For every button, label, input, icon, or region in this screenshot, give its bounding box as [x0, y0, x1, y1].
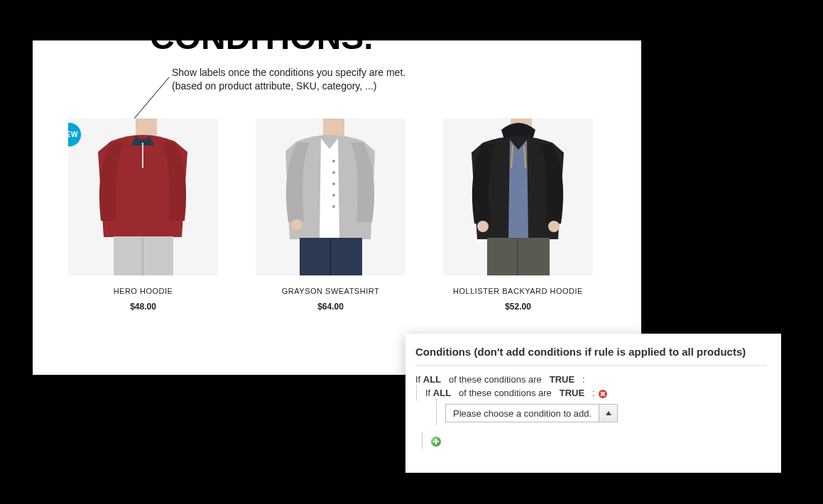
of-these-label: of these conditions are: [449, 374, 542, 385]
svg-rect-5: [142, 238, 143, 275]
product-illustration: [68, 119, 218, 275]
svg-point-7: [332, 160, 335, 163]
product-image: [443, 119, 593, 275]
svg-rect-14: [329, 239, 331, 275]
product-grid: NEW: [68, 119, 636, 312]
add-condition-row: [431, 435, 767, 447]
conditions-panel: Conditions (don't add conditions if rule…: [405, 334, 781, 473]
svg-point-16: [477, 221, 489, 232]
svg-rect-21: [517, 239, 518, 275]
chevron-up-icon: [606, 411, 611, 415]
product-name: HERO HOODIE: [68, 287, 218, 295]
svg-point-12: [291, 219, 303, 231]
colon: :: [592, 388, 595, 398]
product-card[interactable]: GRAYSON SWEATSHIRT $64.00: [256, 119, 405, 312]
if-label: If: [425, 388, 430, 398]
condition-select[interactable]: Please choose a condition to add.: [445, 404, 618, 422]
svg-point-8: [332, 171, 335, 174]
product-card[interactable]: HOLLISTER BACKYARD HOODIE $52.00: [443, 119, 593, 312]
product-price: $64.00: [256, 302, 405, 312]
condition-select-toggle[interactable]: [599, 405, 617, 422]
value-toggle[interactable]: TRUE: [560, 388, 584, 398]
product-illustration: [443, 119, 593, 275]
svg-rect-3: [124, 218, 162, 232]
product-image: [256, 119, 405, 275]
add-condition-icon[interactable]: [431, 437, 441, 447]
svg-point-10: [332, 194, 335, 197]
value-toggle[interactable]: TRUE: [550, 374, 574, 385]
svg-rect-2: [142, 143, 143, 168]
product-illustration: [256, 119, 405, 275]
condition-rule-nested: If ALL of these conditions are TRUE :: [425, 388, 767, 398]
panel-title: Conditions (don't add conditions if rule…: [415, 346, 767, 358]
product-price: $48.00: [68, 302, 218, 312]
storefront-panel: CONDITIONS. Show labels once the conditi…: [33, 40, 641, 375]
page-title: CONDITIONS.: [150, 21, 374, 55]
colon: :: [582, 374, 585, 385]
subtitle-line-1: Show labels once the conditions you spec…: [172, 66, 405, 80]
aggregator-toggle[interactable]: ALL: [433, 388, 451, 398]
condition-select-text: Please choose a condition to add.: [446, 405, 599, 422]
product-image: NEW: [68, 119, 218, 275]
svg-point-11: [332, 205, 335, 208]
if-label: If: [415, 374, 420, 385]
condition-rule-root: If ALL of these conditions are TRUE :: [415, 374, 767, 385]
subtitle-line-2: (based on product attribute, SKU, catego…: [172, 80, 405, 93]
svg-point-17: [548, 221, 560, 232]
product-name: HOLLISTER BACKYARD HOODIE: [443, 287, 593, 295]
aggregator-toggle[interactable]: ALL: [423, 374, 441, 385]
product-price: $52.00: [443, 302, 593, 312]
product-name: GRAYSON SWEATSHIRT: [256, 287, 405, 295]
of-these-label: of these conditions are: [459, 388, 552, 398]
remove-condition-icon[interactable]: [599, 390, 607, 398]
product-card[interactable]: NEW: [68, 119, 218, 312]
divider: [415, 365, 767, 366]
page-subtitle: Show labels once the conditions you spec…: [172, 66, 405, 93]
condition-chooser-row: Please choose a condition to add.: [445, 401, 767, 422]
svg-point-9: [332, 182, 335, 185]
